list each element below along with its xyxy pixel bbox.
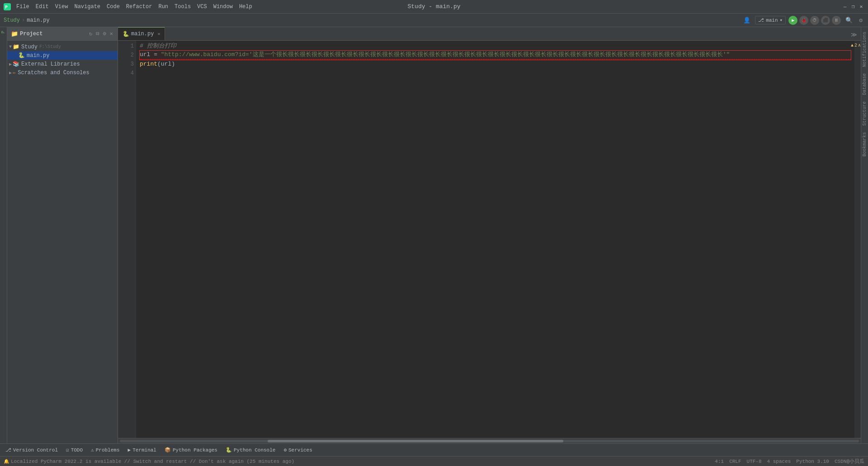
menu-window[interactable]: Window <box>211 3 236 11</box>
editor-area: 🐍 main.py ✕ ≫ 1 2 3 4 <box>118 27 861 443</box>
scratches-name: Scratches and Consoles <box>18 70 89 76</box>
indent-setting[interactable]: 4 spaces <box>767 459 791 464</box>
code-editor[interactable]: 1 2 3 4 # 控制台打印 url = "http://www.baid <box>118 41 861 438</box>
bookmarks-panel-btn[interactable]: Bookmarks <box>861 129 868 159</box>
tab-python-packages-label: Python Packages <box>173 447 217 453</box>
project-panel: 📁 Project ↻ ⊟ ⚙ ✕ ▼ 📁 Study F:\Study 🐍 m… <box>7 27 118 443</box>
branch-selector[interactable]: ⎇ main ▾ <box>755 16 786 24</box>
menu-view[interactable]: View <box>52 3 71 11</box>
pause-button[interactable]: ⏸ <box>832 16 841 25</box>
profile-button[interactable]: ⏱ <box>810 16 819 25</box>
tab-version-control[interactable]: ⎇ Version Control <box>2 446 61 454</box>
settings-icon[interactable]: ⚙ <box>857 16 864 25</box>
toolbar: Study › main.py 👤 ⎇ main ▾ ▶ 🐞 ⏱ ⬛ ⏸ 🔍 ⚙ <box>0 14 868 27</box>
tree-item-main-py[interactable]: 🐍 main.py <box>7 51 118 60</box>
menu-run[interactable]: Run <box>156 3 171 11</box>
python-version[interactable]: Python 3.10 <box>796 459 829 464</box>
tree-item-scratches[interactable]: ▶ ✏ Scratches and Consoles <box>7 68 118 77</box>
run-button[interactable]: ▶ <box>788 16 797 25</box>
tab-more-button[interactable]: ≫ <box>847 29 861 40</box>
menu-help[interactable]: Help <box>236 3 255 11</box>
tab-label: main.py <box>131 31 154 37</box>
warning-count: 2 <box>854 43 857 48</box>
code-string-url: "http://www.baidu.com?id='这是一个很长很长很长很长很长… <box>161 50 730 59</box>
menu-edit[interactable]: Edit <box>33 3 52 11</box>
breadcrumb-file[interactable]: main.py <box>27 17 49 24</box>
branch-icon: ⎇ <box>758 17 764 23</box>
project-collapse-icon[interactable]: ⊟ <box>95 29 100 38</box>
project-folder-icon: 📁 <box>11 30 18 38</box>
status-message: Localized PyCharm 2022.2 is available //… <box>11 459 294 464</box>
terminal-icon: ▶ <box>128 447 131 453</box>
scrollbar-thumb[interactable] <box>268 440 563 442</box>
tab-todo[interactable]: ☑ TODO <box>62 446 86 454</box>
tab-python-console[interactable]: 🐍 Python Console <box>222 446 279 454</box>
line-ending[interactable]: CRLF <box>729 459 741 464</box>
encoding[interactable]: UTF-8 <box>747 459 762 464</box>
tab-close-button[interactable]: ✕ <box>157 31 160 37</box>
debug-button[interactable]: 🐞 <box>799 16 808 25</box>
project-sync-icon[interactable]: ↻ <box>88 29 93 38</box>
study-folder-name: Study <box>21 44 38 50</box>
tab-problems-label: Problems <box>96 447 120 453</box>
breadcrumb-project[interactable]: Study <box>4 17 20 24</box>
project-panel-header: 📁 Project ↻ ⊟ ⚙ ✕ <box>7 27 118 41</box>
tab-problems[interactable]: ⚠ Problems <box>87 446 123 454</box>
menu-file[interactable]: File <box>14 3 32 11</box>
tab-python-console-label: Python Console <box>234 447 275 453</box>
run-controls: ▶ 🐞 ⏱ ⬛ ⏸ <box>788 16 841 25</box>
line-num-4: 4 <box>120 69 134 78</box>
code-line-1: # 控制台打印 <box>140 42 851 51</box>
structure-panel-btn[interactable]: Structure <box>861 99 868 128</box>
menu-vcs[interactable]: VCS <box>194 3 210 11</box>
code-comment: # 控制台打印 <box>140 42 176 51</box>
warning-nav-up[interactable]: ∧ <box>858 43 861 48</box>
menu-code[interactable]: Code <box>104 3 123 11</box>
close-button[interactable]: ✕ <box>858 4 864 10</box>
window-title: Study - main.py <box>407 3 460 10</box>
tree-item-study-root[interactable]: ▼ 📁 Study F:\Study <box>7 43 118 51</box>
project-settings-icon[interactable]: ⚙ <box>102 29 107 38</box>
menu-refactor[interactable]: Refactor <box>123 3 155 11</box>
project-close-icon[interactable]: ✕ <box>109 29 114 38</box>
code-print-arg: (url) <box>157 60 175 69</box>
maximize-button[interactable]: ❐ <box>850 4 856 10</box>
tab-python-packages[interactable]: 📦 Python Packages <box>161 446 221 454</box>
python-packages-icon: 📦 <box>165 447 171 453</box>
notifications-panel-btn[interactable]: Notifications <box>861 29 868 70</box>
editor-tab-main-py[interactable]: 🐍 main.py ✕ <box>118 27 165 40</box>
status-update-icon: 🔔 <box>4 459 9 464</box>
line-num-2: 2 <box>120 51 134 60</box>
svg-text:P: P <box>5 5 8 10</box>
bottom-toolbar: ⎇ Version Control ☑ TODO ⚠ Problems ▶ Te… <box>0 443 868 456</box>
stop-button[interactable]: ⬛ <box>821 16 830 25</box>
code-line-2: url = "http://www.baidu.com?id='这是一个很长很长… <box>140 51 851 60</box>
scrollbar-track[interactable] <box>120 440 859 442</box>
database-panel-btn[interactable]: Database <box>861 71 868 98</box>
tab-version-control-label: Version Control <box>13 447 58 453</box>
title-bar-left: P File Edit View Navigate Code Refactor … <box>4 3 255 11</box>
problems-icon: ⚠ <box>91 447 94 453</box>
menu-tools[interactable]: Tools <box>172 3 193 11</box>
tab-terminal[interactable]: ▶ Terminal <box>124 446 160 454</box>
right-sidebar: Notifications Database Structure Bookmar… <box>861 27 868 443</box>
tab-services-label: Services <box>288 447 312 453</box>
project-panel-toggle[interactable]: P <box>0 27 7 37</box>
avatar-icon[interactable]: 👤 <box>741 16 752 25</box>
tree-item-ext-libs[interactable]: ▶ 📚 External Libraries <box>7 60 118 68</box>
menu-navigate[interactable]: Navigate <box>71 3 103 11</box>
horizontal-scrollbar[interactable] <box>118 438 861 443</box>
search-icon[interactable]: 🔍 <box>844 16 854 25</box>
todo-icon: ☑ <box>66 447 69 453</box>
line-num-3: 3 <box>120 60 134 69</box>
minimize-button[interactable]: — <box>842 4 848 10</box>
code-var-url: url <box>140 50 150 59</box>
services-icon: ⚙ <box>283 447 287 453</box>
code-content[interactable]: # 控制台打印 url = "http://www.baidu.com?id='… <box>136 41 854 438</box>
tree-arrow-ext: ▶ <box>9 62 12 67</box>
cursor-position[interactable]: 4:1 <box>715 459 724 464</box>
python-console-icon: 🐍 <box>226 447 232 453</box>
tab-services[interactable]: ⚙ Services <box>280 446 316 454</box>
tab-todo-label: TODO <box>71 447 83 453</box>
version-control-icon: ⎇ <box>5 447 11 453</box>
